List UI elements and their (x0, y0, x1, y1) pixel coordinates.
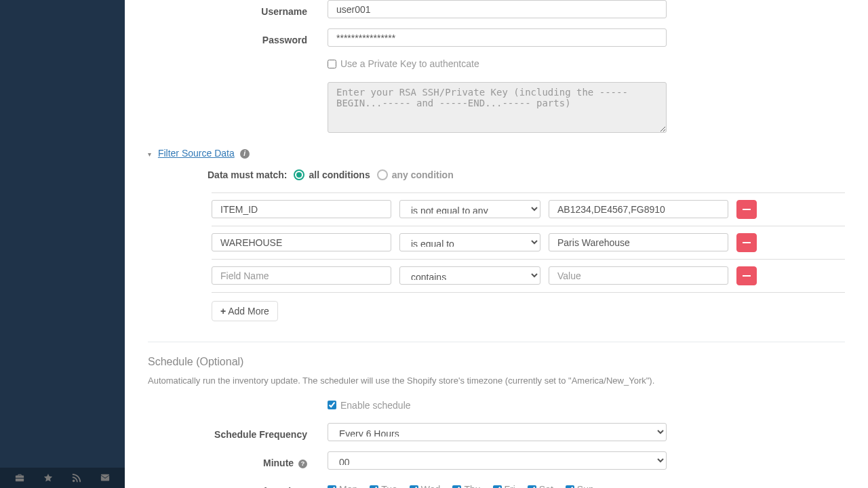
day-checkbox-fri[interactable]: Fri (493, 483, 515, 488)
filter-operator-select[interactable]: is equal to (399, 233, 540, 251)
day-checkbox-input[interactable] (452, 485, 461, 488)
add-more-button[interactable]: +Add More (212, 301, 278, 321)
day-checkbox-input[interactable] (528, 485, 536, 488)
rss-icon[interactable] (71, 472, 82, 483)
day-label: Sun (577, 483, 594, 488)
sidebar (0, 0, 125, 488)
enable-schedule-label[interactable]: Enable schedule (328, 399, 411, 412)
envelope-icon[interactable] (100, 472, 111, 483)
minus-icon (743, 209, 751, 210)
minus-icon (743, 242, 751, 243)
divider (148, 342, 845, 342)
private-key-textarea (328, 82, 667, 133)
svg-point-0 (73, 480, 75, 483)
days-of-week-label: Days of Week ? (148, 480, 317, 488)
day-checkbox-input[interactable] (410, 485, 418, 488)
filter-field-input[interactable] (212, 200, 391, 218)
any-condition-radio[interactable]: any condition (377, 168, 454, 182)
private-key-checkbox[interactable] (328, 60, 336, 68)
days-of-week-row: MonTueWedThuFriSatSun (328, 480, 845, 488)
enable-schedule-text: Enable schedule (340, 399, 411, 412)
filter-operator-select[interactable]: contains (399, 266, 540, 285)
filter-value-input[interactable] (549, 233, 728, 251)
password-label: Password (148, 28, 317, 47)
private-key-checkbox-label[interactable]: Use a Private Key to authentcate (328, 57, 479, 70)
day-checkbox-thu[interactable]: Thu (452, 483, 480, 488)
add-more-label: Add More (228, 306, 269, 317)
data-must-match-label: Data must match: (208, 168, 287, 182)
briefcase-icon[interactable] (14, 472, 25, 483)
schedule-title: Schedule (Optional) (148, 354, 845, 370)
day-label: Thu (464, 483, 480, 488)
all-conditions-text: all conditions (309, 168, 370, 182)
sidebar-footer (0, 468, 125, 488)
minus-icon (743, 275, 751, 277)
minute-label: Minute ? (148, 451, 317, 470)
day-checkbox-input[interactable] (328, 485, 336, 488)
chevron-down-icon[interactable]: ▾ (148, 150, 151, 159)
radio-selected-icon (294, 169, 304, 180)
day-label: Fri (505, 483, 515, 488)
day-checkbox-input[interactable] (370, 485, 378, 488)
filter-field-input[interactable] (212, 266, 391, 285)
all-conditions-radio[interactable]: all conditions (294, 168, 370, 182)
star-icon[interactable] (43, 472, 54, 483)
day-label: Wed (421, 483, 441, 488)
remove-filter-button[interactable] (736, 233, 757, 252)
radio-unselected-icon (377, 169, 388, 180)
filter-row: is not equal to any (212, 192, 845, 226)
username-label: Username (148, 0, 317, 18)
filter-source-data-toggle[interactable]: Filter Source Data (158, 148, 235, 159)
schedule-frequency-label: Schedule Frequency (148, 423, 317, 441)
day-checkbox-wed[interactable]: Wed (410, 483, 441, 488)
enable-schedule-checkbox[interactable] (328, 401, 336, 409)
filter-row: contains (212, 260, 845, 293)
filter-value-input[interactable] (549, 266, 728, 285)
private-key-checkbox-text: Use a Private Key to authentcate (340, 57, 479, 70)
day-label: Mon (339, 483, 357, 488)
day-checkbox-sun[interactable]: Sun (566, 483, 594, 488)
any-condition-text: any condition (392, 168, 454, 182)
day-checkbox-tue[interactable]: Tue (370, 483, 397, 488)
filter-value-input[interactable] (549, 200, 728, 218)
plus-icon: + (220, 306, 226, 317)
day-checkbox-mon[interactable]: Mon (328, 483, 357, 488)
day-checkbox-sat[interactable]: Sat (528, 483, 553, 488)
day-checkbox-input[interactable] (566, 485, 574, 488)
main-content: Username Password Use a Private Key to a… (125, 0, 868, 488)
remove-filter-button[interactable] (736, 266, 757, 285)
day-checkbox-input[interactable] (493, 485, 502, 488)
schedule-description: Automatically run the inventory update. … (148, 375, 845, 388)
info-icon[interactable]: i (240, 149, 250, 159)
filter-rules-list: is not equal to anyis equal tocontains (212, 192, 845, 293)
schedule-frequency-select[interactable]: Every 6 Hours (328, 423, 667, 441)
remove-filter-button[interactable] (736, 200, 757, 219)
day-label: Tue (381, 483, 397, 488)
day-label: Sat (539, 483, 553, 488)
filter-field-input[interactable] (212, 233, 391, 251)
username-input[interactable] (328, 0, 667, 18)
filter-operator-select[interactable]: is not equal to any (399, 200, 540, 218)
help-icon[interactable]: ? (298, 460, 307, 468)
filter-row: is equal to (212, 226, 845, 260)
password-input[interactable] (328, 28, 667, 47)
minute-select[interactable]: 00 (328, 451, 667, 470)
